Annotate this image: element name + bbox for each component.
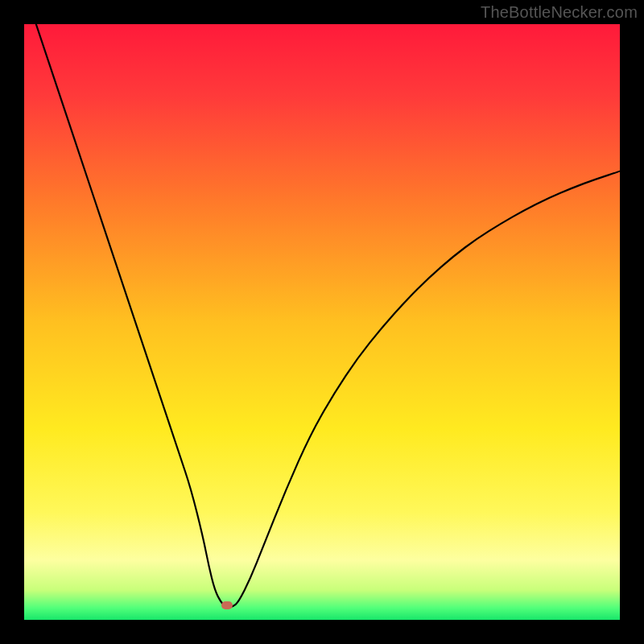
bottleneck-curve bbox=[24, 24, 620, 620]
curve-path bbox=[36, 24, 620, 608]
plot-area bbox=[24, 24, 620, 620]
chart-frame: TheBottleNecker.com bbox=[0, 0, 644, 644]
optimal-marker bbox=[221, 601, 233, 609]
attribution-text: TheBottleNecker.com bbox=[481, 3, 638, 22]
